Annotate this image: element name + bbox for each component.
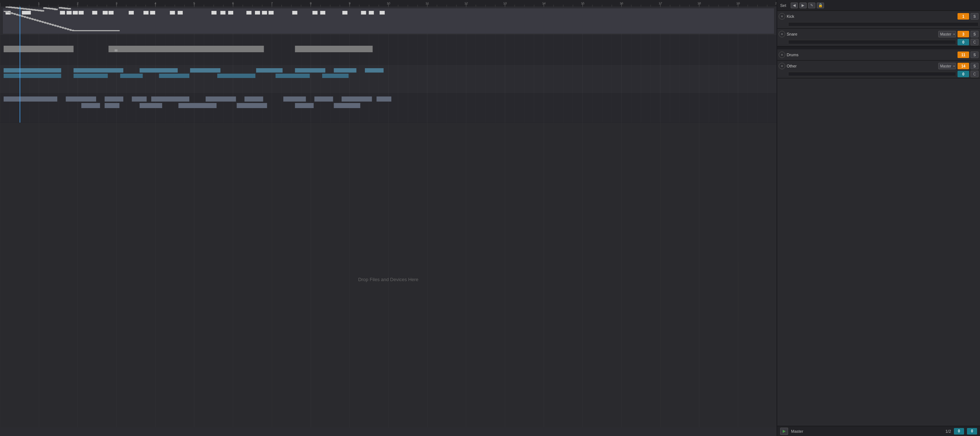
other-number-badge[interactable]: 14	[958, 63, 969, 69]
master-label: Master	[791, 429, 803, 433]
other-volume-row: 0 C	[777, 72, 980, 78]
drums-track-name: Drums	[787, 53, 956, 57]
drums-number-badge[interactable]: 11	[958, 51, 969, 58]
other-track-name: Other	[787, 64, 937, 68]
snare-volume-row: 0 C	[777, 40, 980, 46]
main-container: Drop Files and Devices Here Set ◀ ▶ ✎ 🔒 …	[0, 0, 980, 436]
other-c-button[interactable]: C	[970, 71, 978, 77]
set-forward-button[interactable]: ▶	[799, 3, 807, 8]
kick-main-row: ≡ Kick 1 S	[777, 11, 980, 22]
drop-zone: Drop Files and Devices Here	[0, 123, 776, 436]
arrangement-view: Drop Files and Devices Here	[0, 0, 777, 436]
kick-number-badge[interactable]: 1	[958, 13, 969, 19]
channel-group-snare: ≡ Snare Master 3 S 0 C	[777, 29, 980, 46]
snare-main-row: ≡ Snare Master 3 S	[777, 29, 980, 40]
snare-s-button[interactable]: S	[970, 31, 978, 37]
drop-zone-text: Drop Files and Devices Here	[358, 277, 418, 282]
snare-track-icon[interactable]: ≡	[779, 31, 785, 37]
set-lock-button[interactable]: 🔒	[817, 3, 824, 8]
drums-main-row: ≡ Drums 11 S	[777, 49, 980, 60]
other-volume-fader[interactable]	[788, 72, 956, 76]
snare-routing-wrapper: Master	[938, 31, 956, 37]
other-routing-wrapper: Master	[938, 63, 956, 69]
snare-volume-fader[interactable]	[788, 40, 956, 44]
other-s-button[interactable]: S	[970, 63, 978, 69]
channel-group-drums: ≡ Drums 11 S	[777, 49, 980, 60]
snare-pan-value[interactable]: 0	[958, 39, 969, 45]
set-edit-button[interactable]: ✎	[808, 3, 815, 8]
grid-label: 1/2	[945, 429, 951, 433]
other-routing-select[interactable]: Master	[938, 63, 956, 69]
kick-volume-row	[777, 22, 980, 28]
snare-c-button[interactable]: C	[970, 39, 978, 45]
other-pan-value[interactable]: 0	[958, 71, 969, 77]
kick-track-name: Kick	[787, 14, 956, 19]
channels-area: ≡ Kick 1 S ≡ Snare Master	[777, 11, 980, 426]
separator-drums	[777, 46, 980, 49]
tracks-area: Drop Files and Devices Here	[0, 6, 776, 436]
play-button[interactable]: ▶	[780, 428, 788, 435]
set-header: Set ◀ ▶ ✎ 🔒	[777, 0, 980, 11]
snare-track-name: Snare	[787, 32, 937, 36]
other-main-row: ≡ Other Master 14 S	[777, 60, 980, 72]
channel-group-other: ≡ Other Master 14 S 0 C	[777, 60, 980, 78]
other-track-icon[interactable]: ≡	[779, 63, 785, 69]
timeline-ruler[interactable]	[0, 0, 776, 6]
mixer-panel: Set ◀ ▶ ✎ 🔒 ≡ Kick 1 S	[777, 0, 980, 436]
kick-track-icon[interactable]: ≡	[779, 13, 785, 19]
transport-pan[interactable]: 0	[954, 428, 964, 434]
snare-number-badge[interactable]: 3	[958, 31, 969, 37]
kick-volume-fader[interactable]	[788, 22, 978, 27]
transport-volume[interactable]: 0	[967, 428, 977, 434]
channel-group-kick: ≡ Kick 1 S	[777, 11, 980, 29]
snare-routing-select[interactable]: Master	[938, 31, 956, 37]
drums-track-icon[interactable]: ≡	[779, 51, 785, 58]
kick-s-button[interactable]: S	[970, 13, 978, 19]
drums-s-button[interactable]: S	[970, 51, 978, 58]
transport-bar: ▶ Master 1/2 0 0	[777, 426, 980, 436]
set-controls: ◀ ▶ ✎ 🔒	[791, 3, 824, 8]
set-back-button[interactable]: ◀	[791, 3, 798, 8]
set-label: Set	[780, 3, 786, 8]
